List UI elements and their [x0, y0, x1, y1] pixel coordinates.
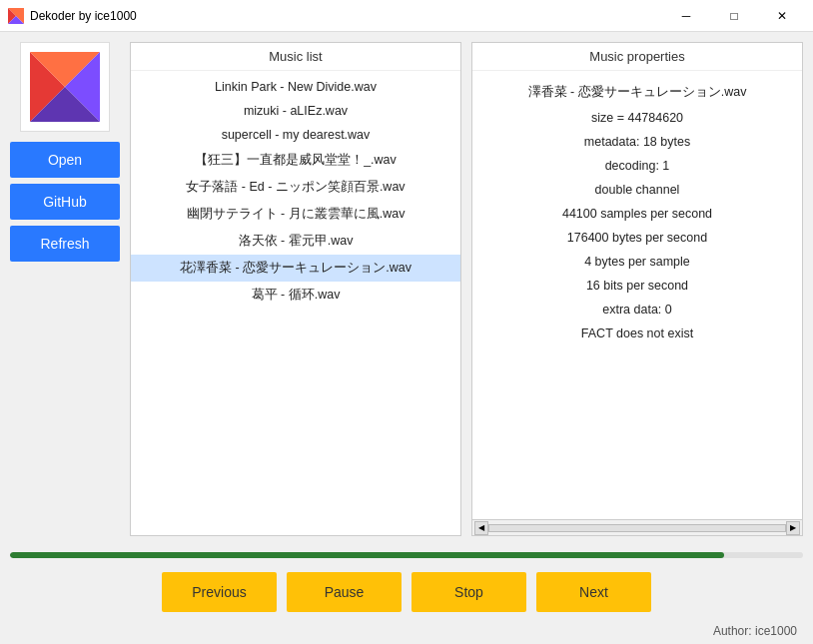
music-list-item[interactable]: 女子落語 - Ed - ニッポン笑顔百景.wav — [131, 174, 460, 201]
property-item: 16 bits per second — [472, 274, 802, 298]
next-button[interactable]: Next — [536, 572, 651, 612]
author-text: Author: ice1000 — [713, 624, 797, 638]
music-list-item[interactable]: mizuki - aLIEz.wav — [131, 99, 460, 123]
panels: Music list Linkin Park - New Divide.wavm… — [130, 42, 803, 536]
music-list-item[interactable]: 葛平 - 循环.wav — [131, 282, 460, 309]
github-button[interactable]: GitHub — [10, 184, 120, 220]
property-item: 176400 bytes per second — [472, 226, 802, 250]
music-list-item[interactable]: supercell - my dearest.wav — [131, 123, 460, 147]
kotlin-logo — [30, 52, 100, 122]
properties-list: 澤香菜 - 恋愛サーキュレーション.wavsize = 44784620meta… — [472, 71, 802, 519]
refresh-button[interactable]: Refresh — [10, 226, 120, 262]
progress-bar-fill — [10, 552, 724, 558]
maximize-button[interactable]: □ — [711, 0, 757, 32]
property-item: 44100 samples per second — [472, 202, 802, 226]
music-list-item[interactable]: 【狂三】一直都是威风堂堂！_.wav — [131, 147, 460, 174]
app-icon — [8, 8, 24, 24]
window-controls: ─ □ ✕ — [663, 0, 805, 32]
window-title: Dekoder by ice1000 — [30, 9, 663, 23]
bottom-controls: Previous Pause Stop Next — [0, 564, 813, 620]
music-properties-panel: Music properties 澤香菜 - 恋愛サーキュレーション.wavsi… — [471, 42, 803, 536]
sidebar: Open GitHub Refresh — [10, 42, 120, 536]
title-bar: Dekoder by ice1000 ─ □ ✕ — [0, 0, 813, 32]
property-item: decoding: 1 — [472, 154, 802, 178]
music-list-item[interactable]: 花澤香菜 - 恋愛サーキュレーション.wav — [131, 255, 460, 282]
scroll-right-arrow[interactable]: ▶ — [786, 521, 800, 535]
minimize-button[interactable]: ─ — [663, 0, 709, 32]
music-list-panel: Music list Linkin Park - New Divide.wavm… — [130, 42, 461, 536]
progress-area — [0, 546, 813, 564]
property-item: 4 bytes per sample — [472, 250, 802, 274]
stop-button[interactable]: Stop — [411, 572, 526, 612]
footer: Author: ice1000 — [0, 620, 813, 644]
open-button[interactable]: Open — [10, 142, 120, 178]
music-properties-header: Music properties — [472, 43, 802, 71]
pause-button[interactable]: Pause — [287, 572, 402, 612]
music-list-header: Music list — [131, 43, 460, 71]
scroll-left-arrow[interactable]: ◀ — [474, 521, 488, 535]
property-item: FACT does not exist — [472, 322, 802, 345]
property-item: extra data: 0 — [472, 298, 802, 322]
music-list-item[interactable]: Linkin Park - New Divide.wav — [131, 75, 460, 99]
property-item: double channel — [472, 178, 802, 202]
property-item: size = 44784620 — [472, 106, 802, 130]
scroll-track — [488, 524, 786, 532]
logo-area — [20, 42, 110, 132]
music-list-item[interactable]: 洛天依 - 霍元甲.wav — [131, 228, 460, 255]
main-content: Open GitHub Refresh Music list Linkin Pa… — [0, 32, 813, 546]
previous-button[interactable]: Previous — [162, 572, 277, 612]
close-button[interactable]: ✕ — [759, 0, 805, 32]
props-scrollbar: ◀ ▶ — [472, 519, 802, 535]
property-item: metadata: 18 bytes — [472, 130, 802, 154]
property-item: 澤香菜 - 恋愛サーキュレーション.wav — [472, 79, 802, 106]
progress-bar-background — [10, 552, 803, 558]
music-list-item[interactable]: 幽閉サテライト - 月に叢雲華に風.wav — [131, 201, 460, 228]
music-list[interactable]: Linkin Park - New Divide.wavmizuki - aLI… — [131, 71, 460, 535]
